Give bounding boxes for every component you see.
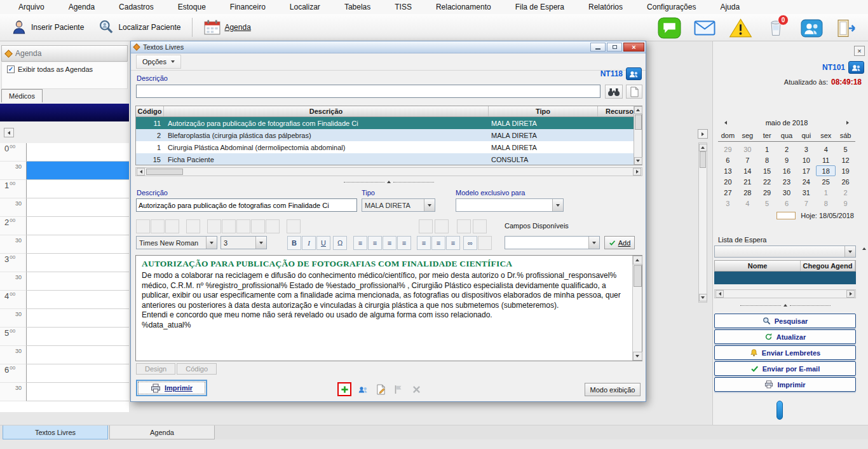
enviar-por-e-mail-button[interactable]: Enviar por E-mail xyxy=(714,361,856,376)
waitlist-horizontal-scrollbar[interactable] xyxy=(714,289,856,298)
underline-button[interactable]: U xyxy=(316,236,330,250)
localizar-paciente-button[interactable]: Localizar Paciente xyxy=(92,17,186,38)
agenda-scroll-right-button[interactable] xyxy=(698,129,708,139)
calendar-prev-button[interactable] xyxy=(721,118,731,128)
form-modelo-select[interactable] xyxy=(456,198,564,212)
calendar-day[interactable]: 20 xyxy=(718,176,738,187)
agenda-scroll-left-button[interactable] xyxy=(4,128,14,137)
form-tipo-select[interactable]: MALA DIRETA xyxy=(362,198,435,212)
delete-record-button[interactable] xyxy=(410,383,423,396)
inserir-paciente-button[interactable]: Inserir Paciente xyxy=(5,17,90,38)
agenda-slot[interactable] xyxy=(27,364,129,383)
new-document-button[interactable] xyxy=(626,85,642,99)
calendar-day[interactable]: 5 xyxy=(757,198,777,209)
calendar-day[interactable]: 6 xyxy=(718,155,738,165)
calendar-day[interactable]: 3 xyxy=(718,198,738,209)
nt118-button[interactable] xyxy=(626,67,642,80)
waitlist-selected-row[interactable] xyxy=(714,272,856,284)
calendar-day[interactable]: 30 xyxy=(738,144,757,155)
calendar-day[interactable]: 1 xyxy=(757,144,777,155)
calendar-day[interactable]: 21 xyxy=(738,176,757,187)
opcoes-button[interactable]: Opções xyxy=(136,55,181,69)
align-right-button[interactable]: ≡ xyxy=(383,236,397,250)
symbol-button[interactable]: Ω xyxy=(333,236,347,250)
align-justify-button[interactable]: ≡ xyxy=(397,236,411,250)
calendar-day[interactable]: 31 xyxy=(796,187,816,198)
imprimir-button[interactable]: Imprimir xyxy=(714,377,856,392)
toolbar-button[interactable] xyxy=(236,219,250,233)
table-row[interactable]: 15Ficha PacienteCONSULTA xyxy=(136,153,634,165)
calendar-day[interactable]: 22 xyxy=(757,176,777,187)
calendar-day[interactable]: 26 xyxy=(836,176,855,187)
menu-item-agenda[interactable]: Agenda xyxy=(57,1,107,13)
minimize-button[interactable] xyxy=(590,43,606,52)
scroll-right-button[interactable] xyxy=(846,290,855,298)
menu-item-relatorios[interactable]: Relatórios xyxy=(576,1,635,13)
table-vertical-scrollbar[interactable] xyxy=(634,106,642,165)
column-codigo[interactable]: Código xyxy=(136,106,164,116)
scroll-down-button[interactable] xyxy=(633,352,642,361)
calendar-next-button[interactable] xyxy=(843,118,853,128)
toolbar-button[interactable] xyxy=(222,219,236,233)
calendar-day[interactable]: 5 xyxy=(836,144,855,155)
scroll-up-button[interactable] xyxy=(633,256,642,265)
agenda-slot[interactable] xyxy=(27,346,129,364)
toolbar-button[interactable] xyxy=(207,219,221,233)
calendar-day[interactable]: 6 xyxy=(777,198,797,209)
calendar-day[interactable]: 4 xyxy=(816,144,836,155)
scrollbar-thumb[interactable] xyxy=(635,114,642,130)
calendar-day[interactable]: 19 xyxy=(836,165,855,176)
menu-item-localizar[interactable]: Localizar xyxy=(278,1,332,13)
toolbar-button[interactable] xyxy=(266,219,280,233)
mail-button[interactable] xyxy=(691,17,718,39)
chat-button[interactable] xyxy=(656,17,682,39)
show-all-agendas-checkbox[interactable]: ✓ xyxy=(7,66,15,73)
link-button[interactable]: ∞ xyxy=(463,236,477,250)
add-record-button[interactable] xyxy=(337,382,351,396)
rich-text-editor[interactable]: AUTORIZAÇÃO PARA PUBLICAÇÃO DE FOTOGRAFI… xyxy=(135,255,642,361)
panel-splitter[interactable] xyxy=(714,302,856,308)
tab-codigo[interactable]: Código xyxy=(177,363,217,375)
agenda-slot[interactable] xyxy=(27,198,129,217)
waitlist-column-nome[interactable]: Nome xyxy=(715,261,801,271)
campos-disponiveis-select[interactable] xyxy=(505,236,600,249)
warning-button[interactable] xyxy=(727,17,754,39)
tab-design[interactable]: Design xyxy=(136,363,175,375)
close-button[interactable]: × xyxy=(623,43,644,52)
modo-exibicao-button[interactable]: Modo exibição xyxy=(585,383,641,396)
agenda-slot[interactable] xyxy=(27,235,129,254)
table-row[interactable]: 1Cirurgia Plástica Abdominal (dermolipec… xyxy=(136,141,634,153)
column-descricao[interactable]: Descrição xyxy=(164,106,489,116)
scroll-left-button[interactable] xyxy=(715,290,724,298)
toolbar-button[interactable] xyxy=(165,219,179,233)
menu-item-tiss[interactable]: TISS xyxy=(383,1,424,13)
agenda-slot[interactable] xyxy=(27,180,129,198)
contacts-record-button[interactable] xyxy=(356,383,369,396)
exit-button[interactable] xyxy=(834,17,860,39)
waitlist-select[interactable] xyxy=(714,245,856,258)
maximize-button[interactable] xyxy=(607,43,622,52)
tab-textos-livres[interactable]: Textos Livres xyxy=(3,425,108,439)
scroll-down-button[interactable] xyxy=(699,294,707,301)
align-left-button[interactable]: ≡ xyxy=(353,236,367,250)
search-button[interactable] xyxy=(605,85,623,99)
calendar-day[interactable]: 2 xyxy=(836,187,855,198)
nt101-button[interactable] xyxy=(848,61,864,74)
menu-item-tabelas[interactable]: Tabelas xyxy=(332,1,383,13)
panel-collapse-button[interactable] xyxy=(862,247,866,250)
toolbar-button[interactable] xyxy=(473,219,487,233)
toolbar-button[interactable] xyxy=(457,219,471,233)
calendar-day[interactable]: 29 xyxy=(718,144,738,155)
pesquisar-button[interactable]: Pesquisar xyxy=(714,314,856,328)
indent-button[interactable]: ≡ xyxy=(446,236,460,250)
imprimir-button[interactable]: Imprimir xyxy=(136,380,207,396)
agenda-slot[interactable] xyxy=(27,291,129,309)
scrollbar-thumb[interactable] xyxy=(146,169,183,175)
agenda-slot[interactable] xyxy=(27,217,129,235)
agenda-slot[interactable] xyxy=(27,143,129,162)
calendar-day[interactable]: 28 xyxy=(738,187,757,198)
editor-vertical-scrollbar[interactable] xyxy=(632,256,642,361)
table-horizontal-scrollbar[interactable] xyxy=(135,167,642,176)
calendar-day[interactable]: 16 xyxy=(777,165,797,176)
font-size-select[interactable]: 3 xyxy=(220,236,267,249)
